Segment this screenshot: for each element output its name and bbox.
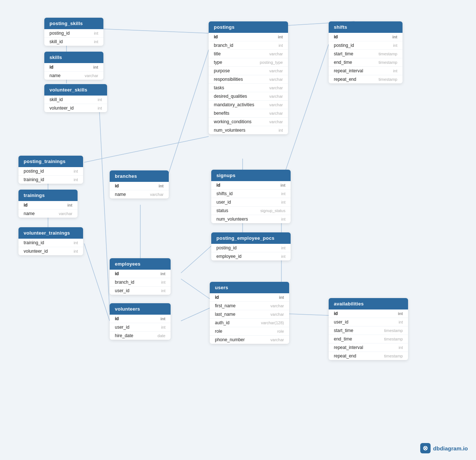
table-header-availabilities: availabilities (329, 298, 408, 309)
table-row: employee_id int (211, 252, 291, 260)
svg-line-10 (181, 245, 212, 273)
table-posting-employee-pocs: posting_employee_pocs posting_id int emp… (211, 232, 291, 260)
table-header-skills: skills (44, 52, 103, 63)
table-row: start_time timestamp (329, 50, 403, 58)
table-volunteer-skills: volunteer_skills skill_id int volunteer_… (44, 84, 107, 112)
table-row: id int (18, 201, 78, 210)
table-row: end_time timestamp (329, 58, 403, 67)
table-row: name varchar (44, 72, 103, 80)
table-posting-trainings: posting_trainings posting_id int trainin… (18, 156, 83, 184)
table-row: type posting_type (209, 58, 288, 67)
table-row: id int (329, 309, 408, 318)
table-branches: branches id int name varchar (110, 170, 169, 198)
table-row: name varchar (18, 210, 78, 218)
table-volunteers: volunteers id int user_id int hire_date … (110, 303, 171, 340)
table-row: training_id int (18, 176, 83, 184)
table-row: purpose varchar (209, 67, 288, 75)
table-row: id int (110, 315, 171, 323)
table-shifts: shifts id int posting_id int start_time … (329, 21, 403, 83)
table-row: id int (210, 293, 289, 302)
table-row: id int (211, 181, 291, 190)
table-header-volunteer-trainings: volunteer_trainings (18, 227, 83, 239)
table-row: user_id int (329, 318, 408, 326)
table-header-posting-employee-pocs: posting_employee_pocs (211, 232, 291, 244)
table-row: role role (210, 327, 289, 336)
table-row: mandatory_activities varchar (209, 101, 288, 109)
table-row: user_id int (110, 287, 171, 295)
table-row: volunteer_id int (44, 104, 107, 112)
table-row: skill_id int (44, 96, 107, 104)
table-header-employees: employees (110, 258, 171, 270)
svg-line-13 (181, 308, 210, 321)
table-row: tasks varchar (209, 84, 288, 92)
table-row: status signup_status (211, 207, 291, 215)
table-availabilities: availabilities id int user_id int start_… (329, 298, 408, 360)
table-row: id int (110, 182, 169, 190)
table-row: shifts_id int (211, 190, 291, 198)
svg-line-15 (84, 243, 110, 321)
table-users: users id int first_name varchar last_nam… (210, 282, 289, 344)
table-row: id int (329, 33, 403, 41)
table-header-posting-skills: posting_skills (44, 18, 103, 29)
table-row: user_id int (110, 323, 171, 332)
table-row: auth_id varchar(128) (210, 319, 289, 327)
svg-line-12 (181, 279, 210, 299)
table-row: repeat_interval int (329, 67, 403, 75)
watermark-icon (420, 443, 431, 453)
table-row: benefits varchar (209, 109, 288, 118)
table-row: num_volunteers int (209, 126, 288, 134)
table-row: title varchar (209, 50, 288, 58)
table-header-postings: postings (209, 21, 288, 33)
table-row: name varchar (110, 190, 169, 198)
table-row: repeat_interval int (329, 343, 408, 352)
table-row: id int (44, 63, 103, 72)
svg-line-3 (166, 50, 209, 181)
table-employees: employees id int branch_id int user_id i… (110, 258, 171, 295)
table-row: repeat_end timestamp (329, 352, 408, 360)
table-row: hire_date date (110, 332, 171, 340)
table-row: id int (110, 270, 171, 278)
table-posting-skills: posting_skills posting_id int skill_id i… (44, 18, 103, 46)
table-trainings: trainings id int name varchar (18, 190, 78, 218)
table-row: responsibilities varchar (209, 75, 288, 84)
svg-line-7 (281, 44, 329, 183)
table-row: training_id int (18, 239, 83, 247)
table-header-trainings: trainings (18, 190, 78, 201)
table-header-branches: branches (110, 170, 169, 182)
table-row: start_time timestamp (329, 326, 408, 335)
table-row: id int (209, 33, 288, 41)
table-row: first_name varchar (210, 302, 289, 310)
table-row: desired_qualities varchar (209, 92, 288, 101)
table-skills: skills id int name varchar (44, 52, 103, 80)
table-row: repeat_end timestamp (329, 75, 403, 83)
table-volunteer-trainings: volunteer_trainings training_id int volu… (18, 227, 83, 255)
table-header-volunteer-skills: volunteer_skills (44, 84, 107, 96)
table-row: last_name varchar (210, 310, 289, 319)
watermark: dbdiagram.io (420, 443, 468, 453)
table-row: volunteer_id int (18, 247, 83, 255)
table-header-posting-trainings: posting_trainings (18, 156, 83, 167)
table-row: end_time timestamp (329, 335, 408, 343)
svg-line-0 (99, 29, 209, 33)
table-row: posting_id int (44, 29, 103, 38)
table-row: branch_id int (110, 278, 171, 287)
diagram-canvas: posting_skills posting_id int skill_id i… (0, 0, 476, 460)
table-row: num_volunteers int (211, 215, 291, 223)
table-signups: signups id int shifts_id int user_id int… (211, 170, 291, 223)
table-row: user_id int (211, 198, 291, 207)
table-header-shifts: shifts (329, 21, 403, 33)
table-postings: postings id int branch_id int title varc… (209, 21, 288, 134)
table-row: posting_id int (18, 167, 83, 176)
table-row: posting_id int (329, 41, 403, 50)
svg-line-14 (99, 95, 110, 312)
table-header-users: users (210, 282, 289, 293)
table-row: skill_id int (44, 38, 103, 46)
table-row: branch_id int (209, 41, 288, 50)
table-header-volunteers: volunteers (110, 303, 171, 315)
table-row: posting_id int (211, 244, 291, 252)
table-row: phone_number varchar (210, 336, 289, 344)
watermark-text: dbdiagram.io (433, 445, 468, 452)
table-row: working_conditions varchar (209, 118, 288, 126)
table-header-signups: signups (211, 170, 291, 181)
svg-line-4 (84, 136, 209, 162)
